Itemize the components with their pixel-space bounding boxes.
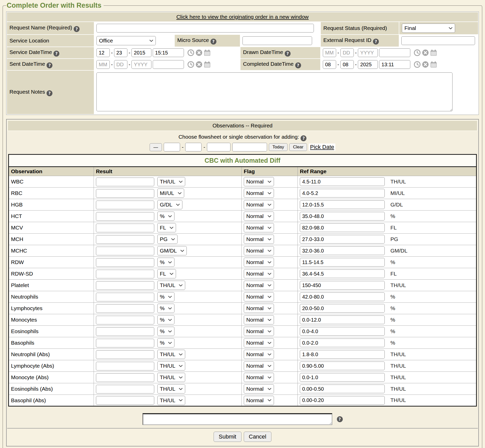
- request-status-select[interactable]: Final: [402, 24, 455, 33]
- drawn-date-yyyy-input[interactable]: [358, 48, 378, 57]
- result-unit-select[interactable]: FL: [157, 269, 176, 278]
- flag-select[interactable]: Normal: [244, 281, 274, 290]
- ref-range-input[interactable]: [300, 177, 385, 186]
- view-originating-order-link[interactable]: Click here to view the originating order…: [176, 14, 308, 20]
- result-input[interactable]: [96, 327, 154, 336]
- result-input[interactable]: [96, 385, 154, 394]
- today-button[interactable]: Today: [269, 143, 288, 151]
- ref-range-input[interactable]: [300, 269, 385, 278]
- ref-range-input[interactable]: [300, 292, 385, 301]
- result-input[interactable]: [96, 189, 154, 198]
- result-unit-select[interactable]: FL: [157, 223, 176, 232]
- result-unit-select[interactable]: %: [157, 338, 175, 347]
- flag-select[interactable]: Normal: [244, 396, 274, 405]
- result-input[interactable]: [96, 201, 154, 209]
- flag-select[interactable]: Normal: [244, 384, 274, 394]
- clear-datetime-icon[interactable]: [195, 49, 203, 56]
- drawn-date-dd-input[interactable]: [340, 48, 354, 57]
- ref-range-input[interactable]: [300, 258, 385, 267]
- ref-range-input[interactable]: [300, 338, 385, 347]
- result-unit-select[interactable]: TH/UL: [157, 361, 185, 370]
- result-unit-select[interactable]: %: [157, 315, 175, 324]
- flag-select[interactable]: Normal: [244, 304, 274, 313]
- clear-datetime-icon[interactable]: [195, 61, 203, 68]
- sent-date-mm-input[interactable]: [96, 60, 110, 69]
- result-unit-select[interactable]: %: [157, 258, 175, 267]
- result-input[interactable]: [96, 339, 154, 347]
- result-input[interactable]: [96, 258, 154, 267]
- calendar-icon[interactable]: [430, 61, 437, 68]
- flag-select[interactable]: Normal: [244, 200, 274, 209]
- ref-range-input[interactable]: [300, 223, 385, 232]
- flag-select[interactable]: Normal: [244, 235, 274, 244]
- result-input[interactable]: [96, 350, 154, 359]
- ref-range-input[interactable]: [300, 350, 385, 359]
- clock-icon[interactable]: [187, 61, 194, 68]
- clock-icon[interactable]: [187, 49, 194, 56]
- result-unit-select[interactable]: G/DL: [157, 200, 182, 209]
- result-input[interactable]: [96, 281, 154, 290]
- result-input[interactable]: [96, 316, 154, 324]
- submit-button[interactable]: Submit: [214, 432, 241, 442]
- flag-select[interactable]: Normal: [244, 223, 274, 232]
- ref-range-input[interactable]: [300, 189, 385, 198]
- service-time-input[interactable]: [153, 48, 184, 57]
- flag-select[interactable]: Normal: [244, 189, 274, 198]
- result-unit-select[interactable]: TH/UL: [157, 281, 185, 290]
- chooser-time-input[interactable]: [232, 143, 267, 151]
- completed-time-input[interactable]: [379, 60, 410, 69]
- request-notes-textarea[interactable]: [96, 72, 453, 111]
- result-unit-select[interactable]: TH/UL: [157, 396, 185, 405]
- result-input[interactable]: [96, 212, 154, 221]
- drawn-time-input[interactable]: [379, 48, 410, 57]
- ref-range-input[interactable]: [300, 385, 385, 393]
- ref-range-input[interactable]: [300, 315, 385, 324]
- flag-select[interactable]: Normal: [244, 212, 274, 221]
- completed-date-dd-input[interactable]: [340, 60, 354, 69]
- ref-range-input[interactable]: [300, 304, 385, 313]
- result-unit-select[interactable]: TH/UL: [157, 373, 185, 382]
- service-date-mm-input[interactable]: [96, 48, 110, 57]
- result-unit-select[interactable]: %: [157, 292, 175, 301]
- result-input[interactable]: [96, 235, 154, 244]
- result-unit-select[interactable]: MI/UL: [157, 189, 184, 198]
- clear-datetime-icon[interactable]: [422, 49, 429, 56]
- sent-date-yyyy-input[interactable]: [131, 60, 151, 69]
- help-icon[interactable]: ?: [47, 62, 52, 68]
- flag-select[interactable]: Normal: [244, 373, 274, 382]
- result-unit-select[interactable]: %: [157, 304, 175, 313]
- result-unit-select[interactable]: PG: [157, 235, 178, 244]
- calendar-icon[interactable]: [430, 49, 437, 56]
- completed-date-mm-input[interactable]: [323, 60, 336, 69]
- service-location-select[interactable]: Office: [96, 36, 156, 45]
- clear-button[interactable]: Clear: [289, 143, 307, 151]
- flag-select[interactable]: Normal: [244, 350, 274, 359]
- result-input[interactable]: [96, 178, 154, 186]
- chooser-date-mm-input[interactable]: [164, 143, 180, 151]
- result-input[interactable]: [96, 304, 154, 313]
- result-input[interactable]: [96, 224, 154, 232]
- clock-icon[interactable]: [414, 49, 421, 56]
- result-input[interactable]: [96, 373, 154, 382]
- result-unit-select[interactable]: TH/UL: [157, 350, 185, 359]
- help-icon[interactable]: ?: [53, 51, 59, 57]
- ref-range-input[interactable]: [300, 200, 385, 209]
- ref-range-input[interactable]: [300, 373, 385, 382]
- help-icon[interactable]: ?: [295, 62, 301, 68]
- service-date-dd-input[interactable]: [114, 48, 127, 57]
- flag-select[interactable]: Normal: [244, 327, 274, 336]
- sent-time-input[interactable]: [153, 60, 184, 69]
- ref-range-input[interactable]: [300, 362, 385, 370]
- result-input[interactable]: [96, 293, 154, 301]
- help-icon[interactable]: ?: [47, 90, 52, 96]
- ref-range-input[interactable]: [300, 327, 385, 336]
- flag-select[interactable]: Normal: [244, 292, 274, 301]
- drawn-date-mm-input[interactable]: [323, 48, 336, 57]
- calendar-icon[interactable]: [204, 61, 211, 68]
- flag-select[interactable]: Normal: [244, 269, 274, 278]
- result-input[interactable]: [96, 247, 154, 255]
- ref-range-input[interactable]: [300, 396, 385, 405]
- result-unit-select[interactable]: %: [157, 327, 175, 336]
- help-icon[interactable]: ?: [74, 26, 80, 32]
- chooser-date-dd-input[interactable]: [185, 143, 202, 151]
